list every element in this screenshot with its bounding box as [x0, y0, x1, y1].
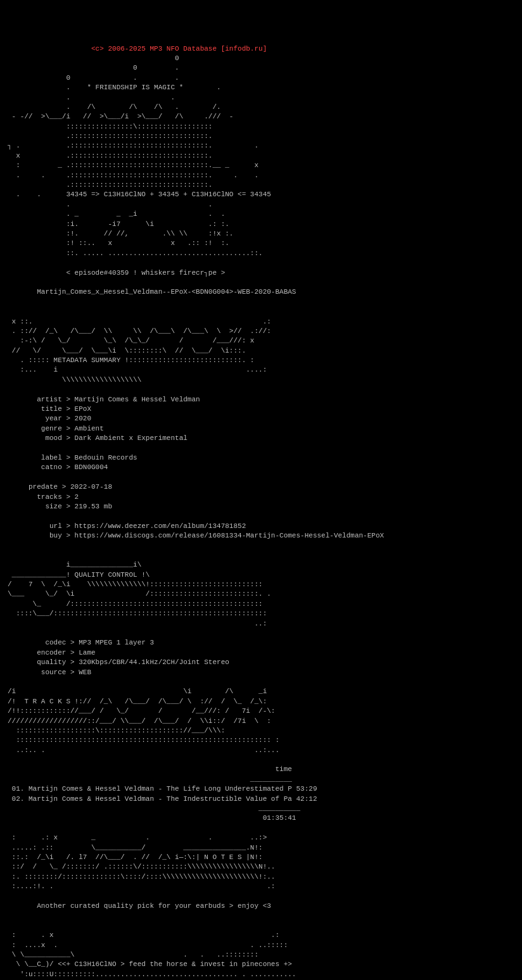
copyright-line: <c> 2006-2025 MP3 NFO Database [infodb.r…	[8, 45, 267, 53]
nfo-content: <c> 2006-2025 MP3 NFO Database [infodb.r…	[8, 44, 514, 980]
